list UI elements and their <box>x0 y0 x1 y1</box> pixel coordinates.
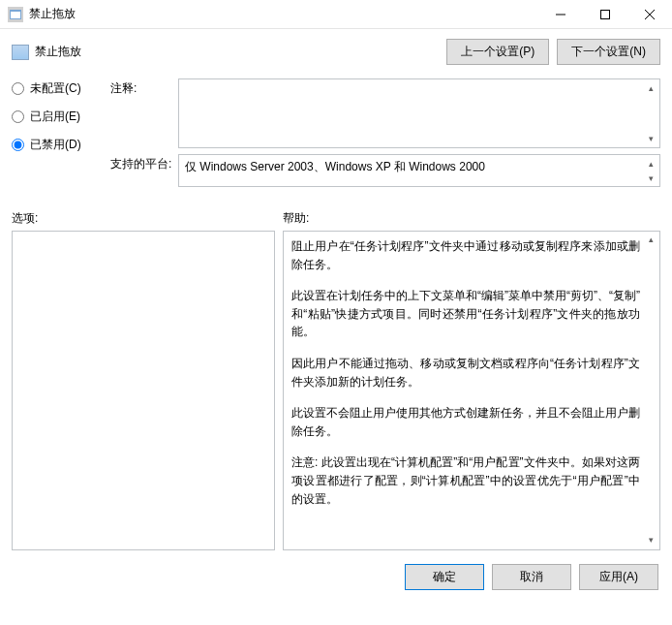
app-icon <box>8 7 23 22</box>
radio-disabled-label: 已禁用(D) <box>30 137 81 153</box>
dialog-footer: 确定 取消 应用(A) <box>0 550 672 602</box>
svg-rect-1 <box>11 12 20 18</box>
policy-title: 禁止拖放 <box>35 44 446 60</box>
radio-enabled-label: 已启用(E) <box>30 109 80 125</box>
radio-enabled[interactable]: 已启用(E) <box>12 109 101 125</box>
close-button[interactable] <box>627 0 672 28</box>
help-paragraph: 阻止用户在“任务计划程序”文件夹中通过移动或复制程序来添加或删除任务。 <box>291 237 640 273</box>
radio-not-configured[interactable]: 未配置(C) <box>12 80 101 97</box>
platform-value: 仅 Windows Server 2003、Windows XP 和 Windo… <box>185 159 485 175</box>
scroll-up-icon[interactable]: ▴ <box>643 233 658 248</box>
scroll-up-icon[interactable]: ▴ <box>643 80 658 96</box>
next-setting-button[interactable]: 下一个设置(N) <box>557 39 660 65</box>
minimize-button[interactable] <box>538 0 583 28</box>
help-section-label: 帮助: <box>283 210 309 227</box>
svg-rect-3 <box>601 10 610 18</box>
help-paragraph: 此设置在计划任务中的上下文菜单和“编辑”菜单中禁用“剪切”、“复制”和“粘贴”快… <box>291 287 640 341</box>
scroll-down-icon[interactable]: ▾ <box>643 533 658 548</box>
help-paragraph: 因此用户不能通过拖动、移动或复制文档或程序向“任务计划程序”文件夹添加新的计划任… <box>291 355 640 391</box>
radio-disabled-input[interactable] <box>12 139 24 151</box>
scroll-down-icon[interactable]: ▾ <box>643 131 658 146</box>
scroll-up-icon[interactable]: ▴ <box>643 156 658 171</box>
options-panel <box>12 231 275 550</box>
maximize-button[interactable] <box>583 0 627 28</box>
state-radio-group: 未配置(C) 已启用(E) 已禁用(D) <box>12 78 101 193</box>
apply-button[interactable]: 应用(A) <box>579 564 658 590</box>
radio-not-configured-input[interactable] <box>12 82 24 95</box>
radio-not-configured-label: 未配置(C) <box>30 80 81 97</box>
platform-label: 支持的平台: <box>110 154 178 172</box>
help-paragraph: 注意: 此设置出现在“计算机配置”和“用户配置”文件夹中。如果对这两项设置都进行… <box>291 453 640 508</box>
radio-enabled-input[interactable] <box>12 110 24 123</box>
comment-textbox[interactable]: ▴ ▾ <box>178 78 660 148</box>
help-paragraph: 此设置不会阻止用户使用其他方式创建新任务，并且不会阻止用户删除任务。 <box>291 404 640 440</box>
help-panel: 阻止用户在“任务计划程序”文件夹中通过移动或复制程序来添加或删除任务。 此设置在… <box>283 231 660 550</box>
window-controls <box>538 0 672 28</box>
help-scrollbar[interactable]: ▴ ▾ <box>643 233 658 548</box>
comment-scrollbar[interactable]: ▴ ▾ <box>643 80 658 146</box>
cancel-button[interactable]: 取消 <box>492 564 571 590</box>
policy-icon <box>12 45 29 60</box>
window-title: 禁止拖放 <box>29 6 538 22</box>
scroll-down-icon[interactable]: ▾ <box>643 171 658 185</box>
previous-setting-button[interactable]: 上一个设置(P) <box>446 39 549 65</box>
header: 禁止拖放 上一个设置(P) 下一个设置(N) <box>12 39 660 65</box>
platform-textbox: 仅 Windows Server 2003、Windows XP 和 Windo… <box>178 154 660 187</box>
ok-button[interactable]: 确定 <box>405 564 484 590</box>
title-bar: 禁止拖放 <box>0 0 672 29</box>
radio-disabled[interactable]: 已禁用(D) <box>12 137 101 153</box>
comment-label: 注释: <box>110 78 178 97</box>
options-section-label: 选项: <box>12 210 283 227</box>
platform-scrollbar[interactable]: ▴ ▾ <box>643 156 658 185</box>
